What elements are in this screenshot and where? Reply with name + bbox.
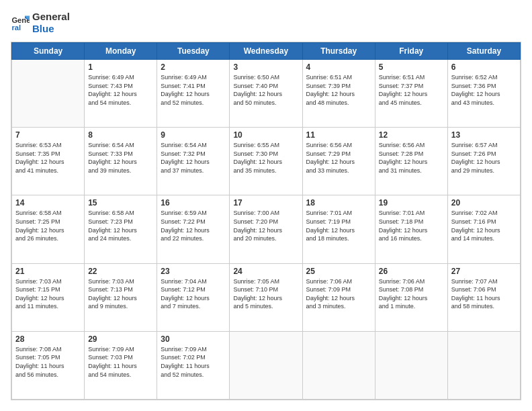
day-number: 16 [161,198,226,208]
day-content: Sunrise: 6:52 AM Sunset: 7:36 PM Dayligh… [451,73,517,107]
day-content: Sunrise: 6:49 AM Sunset: 7:41 PM Dayligh… [161,73,226,107]
day-content: Sunrise: 7:01 AM Sunset: 7:19 PM Dayligh… [306,209,371,242]
day-number: 2 [161,62,226,72]
day-number: 15 [88,198,153,208]
day-content: Sunrise: 7:05 AM Sunset: 7:10 PM Dayligh… [233,277,298,311]
day-content: Sunrise: 6:58 AM Sunset: 7:23 PM Dayligh… [88,209,153,242]
calendar: SundayMondayTuesdayWednesdayThursdayFrid… [11,42,521,400]
day-number: 12 [379,130,444,140]
day-content: Sunrise: 6:59 AM Sunset: 7:22 PM Dayligh… [161,209,226,242]
day-header-sunday: Sunday [12,43,85,60]
day-cell-15: 15Sunrise: 6:58 AM Sunset: 7:23 PM Dayli… [85,195,157,263]
day-cell-8: 8Sunrise: 6:54 AM Sunset: 7:33 PM Daylig… [85,128,157,195]
day-cell-empty-4-5 [375,331,447,399]
day-content: Sunrise: 7:09 AM Sunset: 7:03 PM Dayligh… [88,345,153,379]
day-cell-4: 4Sunrise: 6:51 AM Sunset: 7:39 PM Daylig… [302,60,375,128]
day-cell-5: 5Sunrise: 6:51 AM Sunset: 7:37 PM Daylig… [375,60,447,128]
day-number: 5 [379,62,444,72]
day-header-monday: Monday [85,43,157,60]
day-cell-7: 7Sunrise: 6:53 AM Sunset: 7:35 PM Daylig… [12,128,85,195]
day-content: Sunrise: 6:54 AM Sunset: 7:33 PM Dayligh… [88,141,153,175]
day-number: 30 [161,334,226,344]
day-cell-9: 9Sunrise: 6:54 AM Sunset: 7:32 PM Daylig… [157,128,230,195]
day-content: Sunrise: 7:04 AM Sunset: 7:12 PM Dayligh… [161,277,226,311]
day-content: Sunrise: 6:57 AM Sunset: 7:26 PM Dayligh… [451,141,517,175]
day-cell-17: 17Sunrise: 7:00 AM Sunset: 7:20 PM Dayli… [230,195,302,263]
day-number: 3 [233,62,298,72]
day-content: Sunrise: 7:02 AM Sunset: 7:16 PM Dayligh… [451,209,517,242]
day-number: 22 [88,267,153,276]
day-content: Sunrise: 7:03 AM Sunset: 7:15 PM Dayligh… [15,277,81,311]
day-cell-18: 18Sunrise: 7:01 AM Sunset: 7:19 PM Dayli… [302,195,375,263]
day-content: Sunrise: 7:07 AM Sunset: 7:06 PM Dayligh… [451,277,517,311]
day-cell-29: 29Sunrise: 7:09 AM Sunset: 7:03 PM Dayli… [85,331,157,399]
day-content: Sunrise: 7:06 AM Sunset: 7:08 PM Dayligh… [379,277,444,311]
day-cell-16: 16Sunrise: 6:59 AM Sunset: 7:22 PM Dayli… [157,195,230,263]
day-cell-6: 6Sunrise: 6:52 AM Sunset: 7:36 PM Daylig… [447,60,520,128]
day-cell-23: 23Sunrise: 7:04 AM Sunset: 7:12 PM Dayli… [157,263,230,331]
day-number: 24 [233,267,298,276]
day-number: 1 [88,62,153,72]
day-header-friday: Friday [375,43,447,60]
day-cell-19: 19Sunrise: 7:01 AM Sunset: 7:18 PM Dayli… [375,195,447,263]
day-number: 26 [379,267,444,276]
day-number: 11 [306,130,371,140]
day-cell-empty-4-3 [230,331,302,399]
day-cell-30: 30Sunrise: 7:09 AM Sunset: 7:02 PM Dayli… [157,331,230,399]
day-number: 6 [451,62,517,72]
day-number: 19 [379,198,444,208]
day-cell-13: 13Sunrise: 6:57 AM Sunset: 7:26 PM Dayli… [447,128,520,195]
day-number: 27 [451,267,517,276]
day-number: 29 [88,334,153,344]
day-header-wednesday: Wednesday [230,43,302,60]
day-cell-10: 10Sunrise: 6:55 AM Sunset: 7:30 PM Dayli… [230,128,302,195]
svg-text:ral: ral [11,24,21,32]
day-header-tuesday: Tuesday [157,43,230,60]
logo-text-line2: Blue [32,23,70,35]
day-cell-empty-4-4 [302,331,375,399]
day-number: 21 [15,267,81,276]
day-cell-21: 21Sunrise: 7:03 AM Sunset: 7:15 PM Dayli… [12,263,85,331]
page-header: Gene ral General Blue [11,11,521,35]
day-cell-empty-4-6 [447,331,520,399]
day-content: Sunrise: 7:08 AM Sunset: 7:05 PM Dayligh… [15,345,81,379]
day-cell-26: 26Sunrise: 7:06 AM Sunset: 7:08 PM Dayli… [375,263,447,331]
day-number: 28 [15,334,81,344]
day-number: 9 [161,130,226,140]
logo-icon: Gene ral [11,13,30,32]
day-cell-11: 11Sunrise: 6:56 AM Sunset: 7:29 PM Dayli… [302,128,375,195]
day-cell-empty-0-0 [12,60,85,128]
day-content: Sunrise: 7:09 AM Sunset: 7:02 PM Dayligh… [161,345,226,379]
day-number: 7 [15,130,81,140]
day-content: Sunrise: 7:03 AM Sunset: 7:13 PM Dayligh… [88,277,153,311]
day-content: Sunrise: 7:00 AM Sunset: 7:20 PM Dayligh… [233,209,298,242]
day-content: Sunrise: 7:06 AM Sunset: 7:09 PM Dayligh… [306,277,371,311]
logo-text-line1: General [32,11,70,23]
day-cell-3: 3Sunrise: 6:50 AM Sunset: 7:40 PM Daylig… [230,60,302,128]
day-content: Sunrise: 6:54 AM Sunset: 7:32 PM Dayligh… [161,141,226,175]
day-number: 8 [88,130,153,140]
day-cell-2: 2Sunrise: 6:49 AM Sunset: 7:41 PM Daylig… [157,60,230,128]
day-content: Sunrise: 6:56 AM Sunset: 7:28 PM Dayligh… [379,141,444,175]
logo: Gene ral General Blue [11,11,70,35]
day-cell-20: 20Sunrise: 7:02 AM Sunset: 7:16 PM Dayli… [447,195,520,263]
day-number: 18 [306,198,371,208]
day-number: 4 [306,62,371,72]
day-content: Sunrise: 6:51 AM Sunset: 7:39 PM Dayligh… [306,73,371,107]
day-content: Sunrise: 6:56 AM Sunset: 7:29 PM Dayligh… [306,141,371,175]
day-number: 10 [233,130,298,140]
day-content: Sunrise: 6:51 AM Sunset: 7:37 PM Dayligh… [379,73,444,107]
day-header-thursday: Thursday [302,43,375,60]
day-content: Sunrise: 6:58 AM Sunset: 7:25 PM Dayligh… [15,209,81,242]
day-number: 23 [161,267,226,276]
day-content: Sunrise: 6:49 AM Sunset: 7:43 PM Dayligh… [88,73,153,107]
day-cell-12: 12Sunrise: 6:56 AM Sunset: 7:28 PM Dayli… [375,128,447,195]
day-number: 13 [451,130,517,140]
day-cell-24: 24Sunrise: 7:05 AM Sunset: 7:10 PM Dayli… [230,263,302,331]
day-cell-28: 28Sunrise: 7:08 AM Sunset: 7:05 PM Dayli… [12,331,85,399]
day-cell-22: 22Sunrise: 7:03 AM Sunset: 7:13 PM Dayli… [85,263,157,331]
day-content: Sunrise: 6:53 AM Sunset: 7:35 PM Dayligh… [15,141,81,175]
day-cell-1: 1Sunrise: 6:49 AM Sunset: 7:43 PM Daylig… [85,60,157,128]
day-cell-25: 25Sunrise: 7:06 AM Sunset: 7:09 PM Dayli… [302,263,375,331]
day-content: Sunrise: 6:50 AM Sunset: 7:40 PM Dayligh… [233,73,298,107]
